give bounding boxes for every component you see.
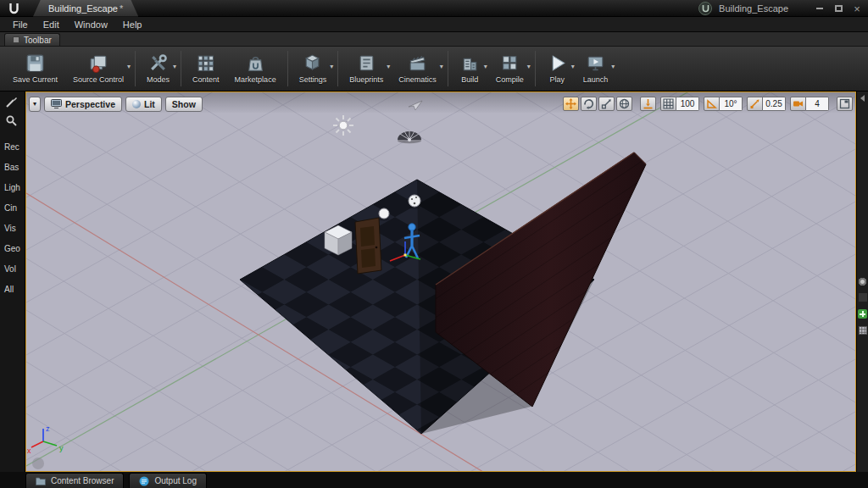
launch-button[interactable]: Launch ▾ xyxy=(576,50,616,87)
translate-icon xyxy=(565,98,576,109)
dropdown-arrow-icon[interactable]: ▾ xyxy=(484,63,487,70)
search-icon[interactable] xyxy=(5,114,18,127)
modes-category-cinematic[interactable]: Cin xyxy=(0,198,25,219)
viewport-corner-knob xyxy=(32,458,44,469)
modes-category-visual[interactable]: Vis xyxy=(0,219,25,239)
content-browser-tab[interactable]: Content Browser xyxy=(25,473,124,488)
sphere-dotted[interactable] xyxy=(409,195,420,209)
viewport-3d[interactable]: z x y ▾ Perspective Lit Show xyxy=(25,92,856,472)
settings-button[interactable]: Settings ▾ xyxy=(292,50,335,87)
camera-speed-button[interactable] xyxy=(790,97,806,111)
maximize-viewport-button[interactable] xyxy=(837,97,853,111)
sun-light-icon[interactable] xyxy=(333,115,353,136)
dropdown-arrow-icon[interactable]: ▾ xyxy=(527,63,531,70)
panel-thumb-icon[interactable] xyxy=(859,293,867,302)
menu-file[interactable]: File xyxy=(5,19,36,30)
dropdown-arrow-icon[interactable]: ▾ xyxy=(440,63,443,70)
minimize-button[interactable] xyxy=(810,0,829,17)
unreal-logo-icon xyxy=(8,3,19,14)
viewport-options-dropdown[interactable]: ▾ xyxy=(29,97,41,112)
toolbar-separator xyxy=(287,51,288,86)
camera-icon xyxy=(793,98,804,109)
save-current-button[interactable]: Save Current xyxy=(5,50,65,87)
dropdown-arrow-icon[interactable]: ▾ xyxy=(330,63,333,70)
modes-category-lights[interactable]: Ligh xyxy=(0,178,25,198)
main-area: Rec Bas Ligh Cin Vis Geo Vol All xyxy=(0,92,868,472)
dropdown-arrow-icon[interactable]: ▾ xyxy=(173,63,176,70)
translate-tool-button[interactable] xyxy=(563,97,579,111)
source-control-button[interactable]: Source Control ▾ xyxy=(65,50,131,87)
menu-edit[interactable]: Edit xyxy=(36,19,67,30)
marketplace-button[interactable]: Marketplace xyxy=(227,50,284,87)
blueprints-icon xyxy=(356,53,377,74)
scale-snap-button[interactable] xyxy=(747,97,763,111)
rotation-snap-button[interactable] xyxy=(704,97,720,111)
content-icon xyxy=(195,53,216,74)
toolbar-separator xyxy=(181,51,181,86)
rotation-snap-control: 10° xyxy=(704,97,743,111)
play-button[interactable]: Play ▾ xyxy=(539,50,576,87)
sphere-small[interactable] xyxy=(379,208,389,221)
maximize-button[interactable] xyxy=(829,0,848,17)
dropdown-arrow-icon[interactable]: ▾ xyxy=(387,63,390,70)
titlebar-right: Building_Escape × xyxy=(698,0,866,17)
scale-tool-button[interactable] xyxy=(598,97,615,111)
cinematics-button[interactable]: Cinematics ▾ xyxy=(391,50,444,87)
toolbar-separator xyxy=(535,51,536,86)
build-button[interactable]: Build ▾ xyxy=(452,50,488,87)
toolbar-panel-tab[interactable]: Toolbar xyxy=(4,33,60,46)
scale-snap-icon xyxy=(749,98,760,109)
lit-sphere-icon xyxy=(132,100,141,108)
compile-icon xyxy=(499,53,520,74)
scale-snap-value[interactable]: 0.25 xyxy=(763,97,786,111)
grid-snap-value[interactable]: 100 xyxy=(676,97,699,111)
level-tab[interactable]: Building_Escape* xyxy=(33,0,138,17)
surface-snap-button[interactable] xyxy=(640,97,656,111)
lit-mode-button[interactable]: Lit xyxy=(125,97,162,112)
modified-marker: * xyxy=(120,3,123,14)
camera-speed-value[interactable]: 4 xyxy=(806,97,829,111)
modes-category-recent[interactable]: Rec xyxy=(0,137,25,158)
scale-snap-control: 0.25 xyxy=(747,97,786,111)
modes-category-basic[interactable]: Bas xyxy=(0,158,25,178)
show-flags-button[interactable]: Show xyxy=(165,97,203,112)
scene-canvas[interactable]: z x y xyxy=(26,92,855,471)
perspective-button[interactable]: Perspective xyxy=(44,97,122,112)
menu-help[interactable]: Help xyxy=(115,19,150,30)
modes-category-volumes[interactable]: Vol xyxy=(0,259,25,280)
output-log-tab[interactable]: Output Log xyxy=(129,473,206,488)
dropdown-arrow-icon[interactable]: ▾ xyxy=(611,63,615,70)
globe-icon xyxy=(619,98,630,109)
compile-button[interactable]: Compile ▾ xyxy=(488,50,531,87)
modes-button[interactable]: Modes ▾ xyxy=(139,50,177,87)
toolbar-tab-label: Toolbar xyxy=(24,36,52,45)
modes-category-all[interactable]: All xyxy=(0,280,25,300)
dropdown-arrow-icon[interactable]: ▾ xyxy=(571,63,575,70)
coordinate-system-button[interactable] xyxy=(616,97,632,111)
grid-snap-control: 100 xyxy=(660,97,699,111)
menu-window[interactable]: Window xyxy=(67,19,115,30)
toolbar-separator xyxy=(337,51,338,86)
axis-label-z: z xyxy=(46,424,50,433)
modes-icon xyxy=(147,53,169,74)
blueprints-button[interactable]: Blueprints ▾ xyxy=(342,50,391,87)
content-browser-icon xyxy=(36,476,46,485)
content-button[interactable]: Content xyxy=(185,50,227,87)
maximize-viewport-icon xyxy=(839,98,850,109)
door-mesh[interactable] xyxy=(355,218,381,274)
eye-icon[interactable] xyxy=(859,278,866,286)
rotate-icon xyxy=(583,98,594,109)
modes-category-geometry[interactable]: Geo xyxy=(0,239,25,259)
cinematics-icon xyxy=(407,53,428,74)
rotate-tool-button[interactable] xyxy=(581,97,597,111)
expand-panel-icon[interactable] xyxy=(860,95,865,102)
close-button[interactable]: × xyxy=(848,0,866,17)
titlebar: Building_Escape* Building_Escape × xyxy=(0,0,868,17)
dropdown-arrow-icon[interactable]: ▾ xyxy=(127,63,131,70)
rotation-snap-value[interactable]: 10° xyxy=(720,97,743,111)
add-icon[interactable] xyxy=(858,309,867,319)
menubar: File Edit Window Help xyxy=(0,17,868,32)
grid-snap-button[interactable] xyxy=(660,97,676,111)
grid-thumb-icon[interactable] xyxy=(859,326,867,335)
place-brush-icon[interactable] xyxy=(5,96,18,108)
